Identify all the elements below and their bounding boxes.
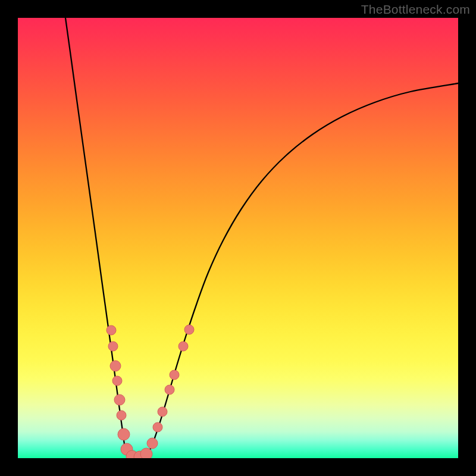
bead — [110, 361, 121, 371]
bead — [153, 422, 162, 432]
bead — [118, 428, 130, 440]
bead — [184, 325, 194, 334]
plot-area — [18, 18, 458, 458]
bead — [108, 342, 118, 351]
bead — [117, 411, 126, 420]
bead — [170, 370, 179, 380]
bead — [165, 385, 174, 394]
bead — [112, 376, 122, 386]
bead — [140, 448, 152, 458]
bottleneck-curve — [18, 18, 458, 458]
curve-beads — [107, 325, 194, 458]
bead — [107, 325, 116, 335]
bead — [147, 438, 158, 449]
bead — [158, 407, 167, 416]
bead — [114, 394, 125, 405]
chart-frame: TheBottleneck.com — [0, 0, 476, 476]
curve-path — [65, 18, 458, 458]
watermark-text: TheBottleneck.com — [361, 2, 470, 17]
bead — [178, 342, 188, 351]
